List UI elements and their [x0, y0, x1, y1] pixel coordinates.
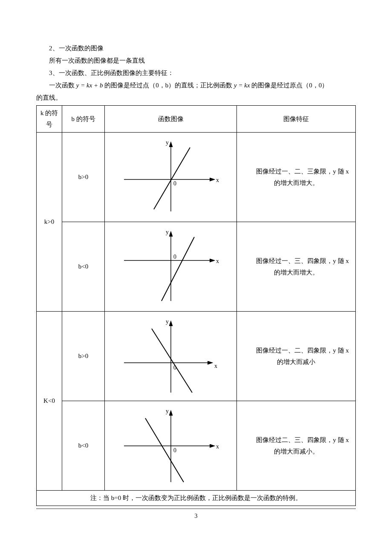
graph-svg-1: x y 0: [115, 137, 226, 218]
graph-cell-4: x y 0: [105, 401, 237, 491]
svg-line-5: [161, 237, 194, 301]
table-row: b<0 x y 0 图像经过一、三、四象限，y 随 x 的增大而增大。: [37, 222, 356, 312]
y-axis-label: y: [166, 408, 169, 414]
table-row: K<0 b>0 x y 0 图像经过一、二、四象限，y 随 x 的增大而减小: [37, 312, 356, 401]
origin-label: 0: [173, 180, 176, 187]
header-desc: 图像特征: [237, 106, 356, 133]
intro-line-4: 一次函数 y = kx + b 的图像是经过点（0，b）的直线；正比例函数 y …: [36, 80, 356, 91]
cell-k-positive: k>0: [37, 133, 62, 312]
graph-cell-3: x y 0: [105, 312, 237, 401]
text-mid: 的图像是经过点（0，b）的直线；正比例函数: [103, 82, 234, 89]
desc-cell-4: 图像经过二、三、四象限，y 随 x 的增大而减小。: [237, 401, 356, 491]
graph-cell-1: x y 0: [105, 133, 237, 222]
text-post: 的图像是经过原点（0，0）: [250, 82, 329, 89]
graph-svg-4: x y 0: [115, 405, 226, 486]
graph-cell-2: x y 0: [105, 222, 237, 312]
desc-text-2: 图像经过一、三、四象限，y 随 x 的增大而增大。: [239, 255, 353, 278]
table-row-footnote: 注：当 b=0 时，一次函数变为正比例函数，正比例函数是一次函数的特例。: [37, 491, 356, 506]
x-axis-label: x: [216, 177, 219, 183]
svg-line-8: [152, 329, 192, 393]
header-b: b 的符号: [62, 106, 105, 133]
desc-text-3: 图像经过一、二、四象限，y 随 x 的增大而减小: [239, 345, 353, 368]
table-row: b<0 x y 0 图像经过二、三、四象限，y 随 x 的增大而减小。: [37, 401, 356, 491]
graph-2: x y 0: [115, 226, 226, 307]
intro-line-2: 所有一次函数的图像都是一条直线: [36, 55, 356, 66]
intro-block: 2、一次函数的图像 所有一次函数的图像都是一条直线 3、一次函数、正比例函数图像…: [36, 43, 356, 104]
intro-line-5: 的直线。: [36, 92, 356, 104]
cell-k-negative: K<0: [37, 312, 62, 491]
intro-line-1: 2、一次函数的图像: [36, 43, 356, 54]
desc-cell-1: 图像经过一、二、三象限，y 随 x 的增大而增大。: [237, 133, 356, 222]
svg-line-11: [145, 418, 184, 482]
graph-svg-2: x y 0: [115, 226, 226, 307]
cell-b-r2: b<0: [62, 222, 105, 312]
text-pre: 一次函数: [49, 82, 76, 89]
desc-cell-3: 图像经过一、二、四象限，y 随 x 的增大而减小: [237, 312, 356, 401]
graph-1: x y 0: [115, 137, 226, 218]
origin-label: 0: [173, 254, 176, 260]
origin-label: 0: [173, 364, 176, 371]
header-k: k 的符号: [37, 106, 62, 133]
table-header-row: k 的符号 b 的符号 函数图像 图像特征: [37, 106, 356, 133]
equation-ykxb: y = kx + b: [76, 82, 103, 89]
page-number: 3: [36, 509, 356, 521]
table-row: k>0 b>0 x y 0 图像经过一、二、三象限，y 随 x 的增大而增大。: [37, 133, 356, 222]
origin-label: 0: [173, 447, 176, 454]
function-table: k 的符号 b 的符号 函数图像 图像特征 k>0 b>0 x y 0: [36, 105, 356, 506]
y-axis-label: y: [166, 139, 169, 146]
desc-text-4: 图像经过二、三、四象限，y 随 x 的增大而减小。: [239, 434, 353, 457]
intro-line-3: 3、一次函数、正比例函数图像的主要特征：: [36, 67, 356, 79]
y-axis-label: y: [166, 318, 169, 325]
x-axis-label: x: [216, 443, 219, 450]
x-axis-label: x: [216, 258, 219, 264]
y-axis-label: y: [166, 229, 169, 235]
cell-b-r3: b>0: [62, 312, 105, 401]
footnote-cell: 注：当 b=0 时，一次函数变为正比例函数，正比例函数是一次函数的特例。: [37, 491, 356, 506]
equation-ykx: y = kx: [234, 82, 250, 89]
svg-line-2: [154, 147, 190, 209]
graph-3: x y 0: [115, 316, 226, 397]
desc-text-1: 图像经过一、二、三象限，y 随 x 的增大而增大。: [239, 166, 353, 189]
desc-cell-2: 图像经过一、三、四象限，y 随 x 的增大而增大。: [237, 222, 356, 312]
graph-svg-3: x y 0: [115, 316, 226, 397]
x-axis-label: x: [214, 363, 217, 369]
cell-b-r1: b>0: [62, 133, 105, 222]
cell-b-r4: b<0: [62, 401, 105, 491]
header-graph: 函数图像: [105, 106, 237, 133]
graph-4: x y 0: [115, 405, 226, 486]
